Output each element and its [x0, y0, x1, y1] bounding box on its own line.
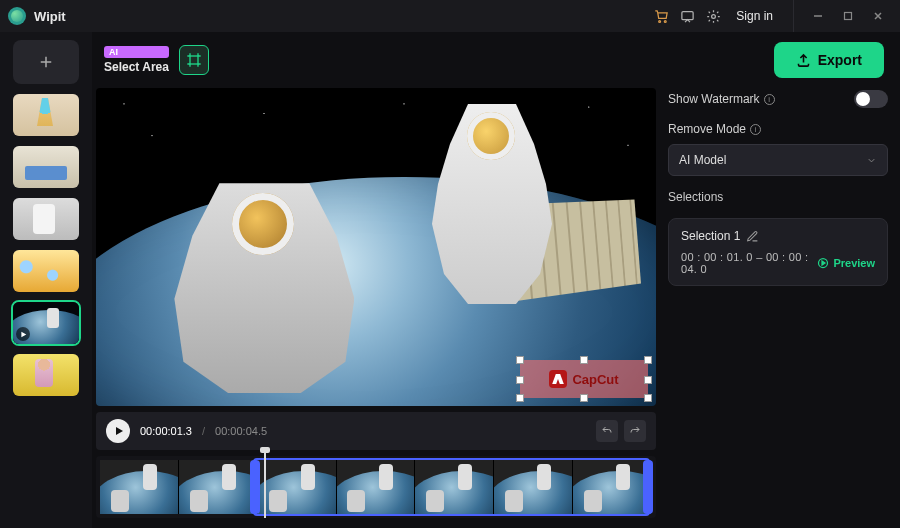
edit-icon[interactable]: [746, 230, 759, 243]
timeline-frame[interactable]: [573, 460, 652, 514]
svg-point-1: [664, 20, 666, 22]
chevron-down-icon: [866, 155, 877, 166]
redo-button[interactable]: [624, 420, 646, 442]
timeline-frame[interactable]: [258, 460, 337, 514]
timeline[interactable]: [96, 456, 656, 518]
svg-rect-2: [682, 11, 693, 19]
selection-card: Selection 1 00 : 00 : 01. 0 – 00 : 00 : …: [668, 218, 888, 286]
media-thumb-6[interactable]: [13, 354, 79, 396]
video-preview[interactable]: CapCut: [96, 88, 656, 406]
titlebar: Wipit Sign in: [0, 0, 900, 32]
timeline-frame[interactable]: [415, 460, 494, 514]
info-icon[interactable]: i: [764, 94, 775, 105]
timeline-playhead[interactable]: [264, 452, 266, 518]
playback-controls: 00:00:01.3 / 00:00:04.5: [96, 412, 656, 450]
remove-mode-label: Remove Mode i: [668, 122, 888, 136]
selection-handle[interactable]: [580, 394, 588, 402]
window-close-button[interactable]: [864, 4, 892, 28]
watermark-text: CapCut: [572, 372, 618, 387]
svg-rect-4: [845, 13, 852, 20]
settings-icon[interactable]: [700, 3, 726, 29]
sidebar: [0, 32, 92, 528]
show-watermark-label: Show Watermark i: [668, 92, 775, 106]
selection-time-range: 00 : 00 : 01. 0 – 00 : 00 : 04. 0: [681, 251, 817, 275]
svg-point-3: [711, 14, 715, 18]
selection-handle[interactable]: [516, 376, 524, 384]
timeline-frame[interactable]: [179, 460, 258, 514]
toolbar: AI Select Area Export: [92, 32, 900, 88]
selection-handle[interactable]: [644, 394, 652, 402]
select-area-tool-button[interactable]: [179, 45, 209, 75]
media-thumb-4[interactable]: [13, 250, 79, 292]
capcut-logo-icon: [549, 370, 567, 388]
app-name: Wipit: [34, 9, 66, 24]
selections-title: Selections: [668, 190, 888, 204]
play-button[interactable]: [106, 419, 130, 443]
remove-mode-dropdown[interactable]: AI Model: [668, 144, 888, 176]
feedback-icon[interactable]: [674, 3, 700, 29]
cart-icon[interactable]: [648, 3, 674, 29]
svg-point-0: [658, 20, 660, 22]
info-icon[interactable]: i: [750, 124, 761, 135]
selection-handle[interactable]: [516, 356, 524, 364]
undo-button[interactable]: [596, 420, 618, 442]
preview-content: [96, 88, 656, 406]
add-media-button[interactable]: [13, 40, 79, 84]
time-total: 00:00:04.5: [215, 425, 267, 437]
svg-rect-5: [190, 56, 198, 64]
window-minimize-button[interactable]: [804, 4, 832, 28]
media-thumb-5[interactable]: [13, 302, 79, 344]
media-thumb-3[interactable]: [13, 198, 79, 240]
media-thumb-1[interactable]: [13, 94, 79, 136]
titlebar-divider: [793, 0, 794, 32]
remove-mode-value: AI Model: [679, 153, 726, 167]
selection-handle[interactable]: [580, 356, 588, 364]
export-button-label: Export: [818, 52, 862, 68]
time-current: 00:00:01.3: [140, 425, 192, 437]
timeline-frame[interactable]: [100, 460, 179, 514]
right-panel: Show Watermark i Remove Mode i AI Model: [668, 88, 888, 518]
timeline-frame[interactable]: [337, 460, 416, 514]
selection-handle[interactable]: [644, 356, 652, 364]
selection-name: Selection 1: [681, 229, 740, 243]
export-button[interactable]: Export: [774, 42, 884, 78]
select-area-label: Select Area: [104, 60, 169, 74]
window-maximize-button[interactable]: [834, 4, 862, 28]
preview-selection-button[interactable]: Preview: [817, 257, 875, 269]
show-watermark-toggle[interactable]: [854, 90, 888, 108]
app-logo-icon: [8, 7, 26, 25]
ai-badge: AI: [104, 46, 169, 58]
selection-handle[interactable]: [516, 394, 524, 402]
sign-in-link[interactable]: Sign in: [726, 9, 783, 23]
timeline-frame[interactable]: [494, 460, 573, 514]
watermark-selection-box[interactable]: CapCut: [520, 360, 648, 398]
selection-handle[interactable]: [644, 376, 652, 384]
media-thumb-2[interactable]: [13, 146, 79, 188]
